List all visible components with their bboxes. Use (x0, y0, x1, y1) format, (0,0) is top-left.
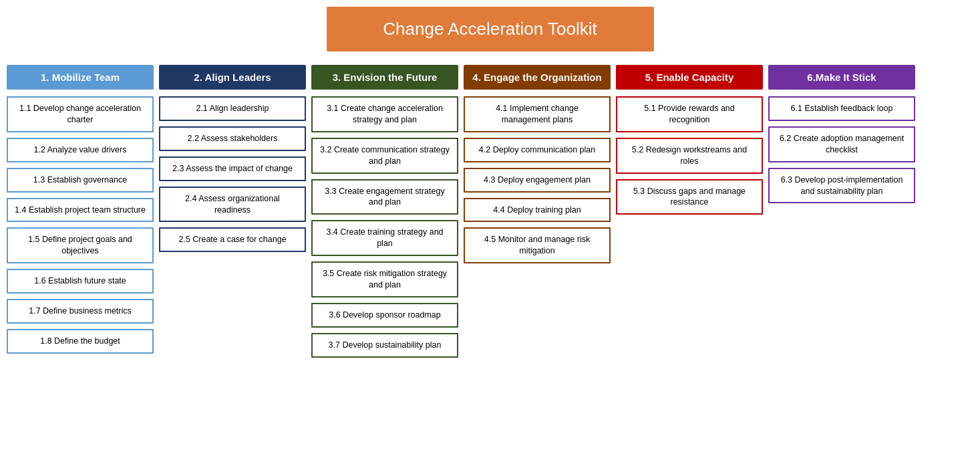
item-col1-6[interactable]: 1.6 Establish future state (7, 269, 154, 294)
item-col4-1[interactable]: 4.1 Implement change management plans (464, 96, 611, 132)
item-col3-2[interactable]: 3.2 Create communication strategy and pl… (311, 138, 458, 174)
columns-wrapper: 1. Mobilize Team1.1 Develop change accel… (7, 65, 973, 363)
column-header-col3: 3. Envision the Future (311, 65, 458, 90)
item-col6-3[interactable]: 6.3 Develop post-implementation and sust… (768, 168, 915, 204)
item-col1-8[interactable]: 1.8 Define the budget (7, 329, 154, 354)
column-col6: 6.Make It Stick6.1 Establish feedback lo… (768, 65, 915, 209)
page-title: Change Acceleration Toolkit (327, 7, 654, 51)
item-col3-7[interactable]: 3.7 Develop sustainability plan (311, 333, 458, 358)
page-container: Change Acceleration Toolkit 1. Mobilize … (0, 0, 980, 376)
item-col4-2[interactable]: 4.2 Deploy communication plan (464, 138, 611, 162)
item-col5-1[interactable]: 5.1 Provide rewards and recognition (616, 96, 763, 132)
column-header-col2: 2. Align Leaders (159, 65, 306, 90)
item-col3-3[interactable]: 3.3 Create engagement strategy and plan (311, 179, 458, 215)
column-header-col4: 4. Engage the Organization (464, 65, 611, 90)
item-col2-1[interactable]: 2.1 Align leadership (159, 96, 306, 121)
item-col2-2[interactable]: 2.2 Assess stakeholders (159, 126, 306, 151)
item-col4-5[interactable]: 4.5 Monitor and manage risk mitigation (464, 227, 611, 263)
item-col1-5[interactable]: 1.5 Define project goals and objectives (7, 227, 154, 263)
column-col2: 2. Align Leaders2.1 Align leadership2.2 … (159, 65, 306, 257)
item-col1-3[interactable]: 1.3 Establish governance (7, 168, 154, 193)
column-col1: 1. Mobilize Team1.1 Develop change accel… (7, 65, 154, 359)
column-header-col1: 1. Mobilize Team (7, 65, 154, 90)
column-col4: 4. Engage the Organization4.1 Implement … (464, 65, 611, 269)
item-col6-1[interactable]: 6.1 Establish feedback loop (768, 96, 915, 121)
item-col1-7[interactable]: 1.7 Define business metrics (7, 299, 154, 324)
item-col6-2[interactable]: 6.2 Create adoption management checklist (768, 126, 915, 162)
column-col5: 5. Enable Capacity5.1 Provide rewards an… (616, 65, 763, 220)
item-col3-5[interactable]: 3.5 Create risk mitigation strategy and … (311, 261, 458, 298)
item-col4-4[interactable]: 4.4 Deploy training plan (464, 198, 611, 223)
item-col3-6[interactable]: 3.6 Develop sponsor roadmap (311, 303, 458, 328)
item-col5-2[interactable]: 5.2 Redesign workstreams and roles (616, 138, 763, 174)
column-header-col5: 5. Enable Capacity (616, 65, 763, 90)
item-col5-3[interactable]: 5.3 Discuss gaps and manage resistance (616, 179, 763, 215)
item-col2-4[interactable]: 2.4 Assess organizational readiness (159, 187, 306, 223)
item-col1-4[interactable]: 1.4 Establish project team structure (7, 198, 154, 223)
item-col1-2[interactable]: 1.2 Analyze value drivers (7, 138, 154, 162)
item-col4-3[interactable]: 4.3 Deploy engagement plan (464, 168, 611, 193)
item-col3-4[interactable]: 3.4 Create training strategy and plan (311, 220, 458, 256)
item-col2-5[interactable]: 2.5 Create a case for change (159, 227, 306, 252)
column-col3: 3. Envision the Future3.1 Create change … (311, 65, 458, 363)
item-col2-3[interactable]: 2.3 Assess the impact of change (159, 156, 306, 181)
column-header-col6: 6.Make It Stick (768, 65, 915, 90)
item-col1-1[interactable]: 1.1 Develop change acceleration charter (7, 96, 154, 132)
item-col3-1[interactable]: 3.1 Create change acceleration strategy … (311, 96, 458, 132)
